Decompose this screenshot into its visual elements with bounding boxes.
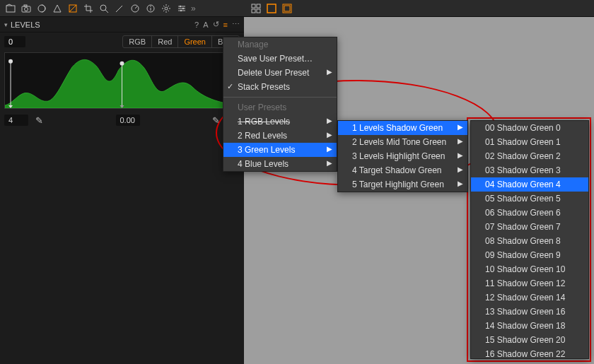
- svg-point-7: [100, 5, 106, 11]
- svg-point-2: [25, 7, 28, 11]
- svg-line-8: [105, 10, 108, 13]
- menu-red-levels[interactable]: 2 Red Levels▶: [223, 129, 337, 143]
- toolbar-overflow[interactable]: »: [190, 4, 197, 13]
- crop-icon[interactable]: [81, 1, 96, 16]
- menu-green-levels[interactable]: 3 Green Levels▶: [223, 143, 337, 157]
- panel-title: LEVELS: [11, 20, 40, 29]
- svg-point-22: [8, 59, 13, 64]
- list-item[interactable]: 12 Shadow Green 14: [471, 290, 588, 305]
- svg-rect-0: [6, 6, 15, 12]
- menu-separator: [223, 97, 337, 98]
- left-panel: » ▾ LEVELS ? A ↺ ≡ ⋯ 0 RGB Red Green Blu…: [0, 0, 244, 364]
- sub-levels-highlight-green[interactable]: 3 Levels Highlight Green▶: [338, 149, 467, 163]
- menu-delete-preset[interactable]: Delete User Preset▶: [223, 66, 337, 80]
- levels-panel-header: ▾ LEVELS ? A ↺ ≡ ⋯: [0, 17, 244, 33]
- menu-blue-levels[interactable]: 4 Blue Levels▶: [223, 157, 337, 171]
- list-item[interactable]: 08 Shadow Green 8: [471, 234, 588, 248]
- svg-rect-34: [267, 4, 276, 13]
- collapse-icon[interactable]: ▾: [4, 21, 8, 28]
- list-item[interactable]: 00 Shadow Green 0: [471, 121, 588, 135]
- list-item[interactable]: 07 Shadow Green 7: [471, 220, 588, 234]
- sub-levels-shadow-green[interactable]: 1 Levels Shadow Green▶: [338, 121, 467, 135]
- search-icon[interactable]: [96, 1, 112, 16]
- svg-point-18: [180, 5, 181, 6]
- tab-red[interactable]: Red: [152, 36, 178, 47]
- svg-rect-33: [257, 9, 260, 13]
- channel-value[interactable]: 0: [4, 36, 25, 47]
- svg-point-25: [120, 61, 124, 66]
- histogram[interactable]: [4, 52, 240, 109]
- shadow-input[interactable]: 4: [4, 115, 28, 126]
- channel-row: 0 RGB Red Green Blue: [0, 33, 244, 51]
- svg-point-19: [182, 7, 184, 8]
- sub-target-highlight-green[interactable]: 5 Target Highlight Green▶: [338, 177, 467, 192]
- svg-rect-32: [252, 9, 255, 13]
- list-item[interactable]: 09 Shadow Green 9: [471, 248, 588, 262]
- list-item[interactable]: 04 Shadow Green 4: [471, 177, 588, 192]
- green-submenu: 1 Levels Shadow Green▶ 2 Levels Mid Tone…: [337, 120, 468, 192]
- gear-icon[interactable]: [158, 1, 174, 16]
- tool-toolbar: »: [0, 0, 244, 17]
- list-item[interactable]: 15 Shadow Green 20: [471, 333, 588, 347]
- tab-green[interactable]: Green: [178, 36, 212, 47]
- preset-menu-icon[interactable]: ≡: [223, 20, 228, 29]
- more-icon[interactable]: ⋯: [232, 20, 240, 29]
- list-item[interactable]: 13 Shadow Green 16: [471, 305, 588, 319]
- svg-point-14: [165, 7, 168, 10]
- svg-line-10: [135, 6, 137, 8]
- list-item[interactable]: 06 Shadow Green 6: [471, 206, 588, 220]
- preset-menu: Manage Save User Preset… Delete User Pre…: [223, 37, 337, 172]
- info-icon[interactable]: [143, 1, 158, 16]
- sub-levels-midtone-green[interactable]: 2 Levels Mid Tone Green▶: [338, 135, 467, 149]
- meter-icon[interactable]: [127, 1, 143, 16]
- sub-target-shadow-green[interactable]: 4 Target Shadow Green▶: [338, 163, 467, 177]
- svg-point-20: [180, 9, 182, 11]
- list-item[interactable]: 17 Shadow Green 24: [471, 361, 588, 364]
- svg-rect-3: [24, 5, 27, 6]
- svg-point-13: [150, 6, 151, 7]
- menu-user-presets: User Presets: [223, 100, 337, 115]
- reset-icon[interactable]: ↺: [213, 20, 219, 29]
- list-item[interactable]: 16 Shadow Green 22: [471, 347, 588, 361]
- sliders-icon[interactable]: [174, 1, 190, 16]
- color-icon[interactable]: [50, 1, 65, 16]
- lens-icon[interactable]: [34, 1, 50, 16]
- menu-rgb-levels[interactable]: 1 RGB Levels▶: [223, 115, 337, 129]
- tab-rgb[interactable]: RGB: [123, 36, 152, 47]
- levels-inputs-row: 4 ✎ 0.00 ✎: [0, 110, 244, 130]
- highlight-picker-icon[interactable]: ✎: [212, 115, 220, 126]
- menu-stack-presets[interactable]: ✓Stack Presets: [223, 80, 337, 94]
- shadow-picker-icon[interactable]: ✎: [35, 115, 43, 126]
- list-item[interactable]: 14 Shadow Green 18: [471, 319, 588, 333]
- list-item[interactable]: 02 Shadow Green 2: [471, 149, 588, 163]
- grid-view-icon[interactable]: [248, 1, 264, 16]
- list-item[interactable]: 11 Shadow Green 12: [471, 276, 588, 290]
- camera-icon[interactable]: [18, 1, 34, 16]
- menu-manage: Manage: [223, 37, 337, 52]
- svg-marker-5: [54, 5, 61, 12]
- brush-icon[interactable]: [112, 1, 127, 16]
- menu-save-preset[interactable]: Save User Preset…: [223, 52, 337, 66]
- view-toolbar: [244, 0, 594, 17]
- svg-rect-31: [257, 4, 260, 8]
- library-icon[interactable]: [3, 1, 18, 16]
- single-view-icon[interactable]: [264, 1, 279, 16]
- shadow-green-values: 00 Shadow Green 001 Shadow Green 102 Sha…: [470, 120, 589, 359]
- mid-input[interactable]: 0.00: [116, 115, 140, 126]
- auto-icon[interactable]: A: [203, 20, 208, 29]
- proof-view-icon[interactable]: [279, 1, 295, 16]
- list-item[interactable]: 05 Shadow Green 5: [471, 192, 588, 206]
- svg-rect-36: [284, 6, 290, 11]
- list-item[interactable]: 01 Shadow Green 1: [471, 135, 588, 149]
- exposure-icon[interactable]: [65, 1, 81, 16]
- list-item[interactable]: 03 Shadow Green 3: [471, 163, 588, 177]
- help-icon[interactable]: ?: [194, 20, 199, 29]
- list-item[interactable]: 10 Shadow Green 10: [471, 262, 588, 276]
- svg-rect-30: [252, 4, 255, 8]
